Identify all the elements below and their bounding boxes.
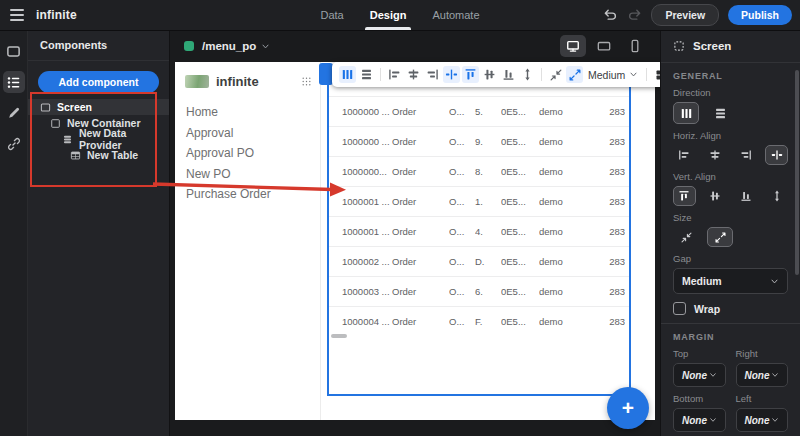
paint-rail-icon[interactable] [3,102,25,124]
align-left-icon[interactable] [386,66,403,83]
align-bottom-button[interactable] [735,186,758,206]
margin-bottom-value: None [682,415,707,426]
undo-icon[interactable] [603,8,618,23]
table-row[interactable]: 1000002 ... Order O... D. 0E5... demo 28… [329,246,629,276]
cell-entityname: Order [392,226,449,237]
tab-data[interactable]: Data [320,0,343,30]
menu-icon[interactable] [10,9,24,21]
margin-right-select[interactable]: None [736,363,789,387]
cell-entityname: Order [392,286,449,297]
tablet-icon[interactable] [591,35,617,57]
cell-client: 0E5... [501,106,539,117]
direction-rows-button[interactable] [707,102,733,124]
space-between-button[interactable] [765,145,788,165]
stretch-vertical-icon[interactable] [519,66,536,83]
app-menu-item[interactable]: Purchase Order [186,187,320,208]
gap-select[interactable]: Medium [673,268,788,294]
inspector-panel: Screen GENERAL Direction Horiz. Align Ve… [660,30,800,436]
layers-rail-icon[interactable] [3,71,25,93]
cell-identifier: 1000001 ... [342,196,392,207]
chevron-down-icon [771,416,779,424]
link-rail-icon[interactable] [3,133,25,155]
cell-id: 9. [475,136,501,147]
cell-identifier: 1000003 ... [342,286,392,297]
wrap-checkbox[interactable] [673,302,686,315]
margin-bottom-select[interactable]: None [673,408,726,432]
align-left-button[interactable] [673,145,696,165]
data-provider-icon [62,134,73,145]
size-dropdown[interactable]: Medium [588,69,638,81]
cell-entityname: Order [392,316,449,327]
screen-rail-icon[interactable] [3,40,25,62]
app-menu-item[interactable]: Home [186,105,320,126]
expand-icon[interactable] [566,66,583,83]
cell-org: 283 [609,106,625,117]
table-horizontal-scrollbar[interactable] [331,334,347,338]
publish-button[interactable]: Publish [728,5,792,25]
margin-top-select[interactable]: None [673,363,726,387]
phone-icon[interactable] [622,35,648,57]
horiz-align-label: Horiz. Align [673,130,788,141]
tab-automate[interactable]: Automate [432,0,479,30]
space-between-icon[interactable] [443,66,460,83]
tree-item-screen[interactable]: Screen [28,99,169,115]
align-top-icon[interactable] [462,66,479,83]
columns-icon[interactable] [339,66,356,83]
cell-ref: O... [449,196,475,207]
add-fab-button[interactable]: + [607,387,649,429]
route-selector[interactable]: /menu_po [202,40,256,52]
preview-button[interactable]: Preview [651,4,719,26]
screen-icon [40,102,51,113]
stretch-vertical-button[interactable] [765,186,788,206]
direction-columns-button[interactable] [673,102,699,124]
align-top-button[interactable] [673,186,696,206]
desktop-icon[interactable] [560,35,586,57]
add-component-button[interactable]: Add component [38,71,159,93]
table-row[interactable]: 1000003 ... Order O... 6. 0E5... demo 28… [329,276,629,306]
inspector-scrollbar[interactable] [795,70,799,275]
chevron-down-icon [629,70,638,79]
align-middle-icon[interactable] [481,66,498,83]
toolbar-divider [380,68,381,81]
align-center-button[interactable] [704,145,727,165]
align-bottom-icon[interactable] [500,66,517,83]
drag-handle-icon[interactable] [301,76,312,87]
shrink-icon[interactable] [547,66,564,83]
margin-left-select[interactable]: None [736,408,789,432]
align-right-button[interactable] [735,145,758,165]
align-right-icon[interactable] [424,66,441,83]
cell-ref: O... [449,166,475,177]
table-row[interactable]: 1000001 ... Order O... 1. 0E5... demo 28… [329,186,629,216]
table-row[interactable]: 1000001 ... Order O... 4. 0E5... demo 28… [329,216,629,246]
route-status-dot [184,41,194,51]
rows-icon[interactable] [358,66,375,83]
tab-design[interactable]: Design [370,0,407,30]
size-expand-button[interactable] [707,227,733,247]
inspector-title: Screen [693,40,731,52]
align-middle-button[interactable] [704,186,727,206]
chevron-down-icon [709,371,717,379]
margin-left-value: None [745,415,770,426]
selection-tag [319,63,333,85]
app-menu-item[interactable]: Approval [186,126,320,147]
cell-id: 6. [475,286,501,297]
cell-ref: O... [449,286,475,297]
app-menu-item[interactable]: Approval PO [186,146,320,167]
cell-id: F. [475,316,501,327]
direction-label: Direction [673,87,788,98]
align-center-icon[interactable] [405,66,422,83]
tree-item-new-data-provider[interactable]: New Data Provider [28,131,169,147]
table-row[interactable]: 1000000... Order O... 8. 0E5... demo 283 [329,156,629,186]
table-row[interactable]: 1000000 ... Order O... 5. 0E5... demo 28… [329,96,629,126]
size-shrink-button[interactable] [673,227,699,247]
redo-icon[interactable] [627,8,642,23]
app-logo [185,75,209,88]
chevron-down-icon[interactable] [261,42,270,51]
table-row[interactable]: 1000000 ... Order O... 9. 0E5... demo 28… [329,126,629,156]
size-label: Size [673,212,788,223]
tree-item-label: Screen [57,101,92,113]
app-menu-item[interactable]: New PO [186,167,320,188]
selected-table-component[interactable]: _IDENTIFIER_ENTITYNAME$REFIDCLIENTCLIENT… [327,68,631,396]
components-panel: Components Add component Screen New Cont… [28,30,170,436]
table-row[interactable]: 1000004 ... Order O... F. 0E5... demo 28… [329,306,629,336]
